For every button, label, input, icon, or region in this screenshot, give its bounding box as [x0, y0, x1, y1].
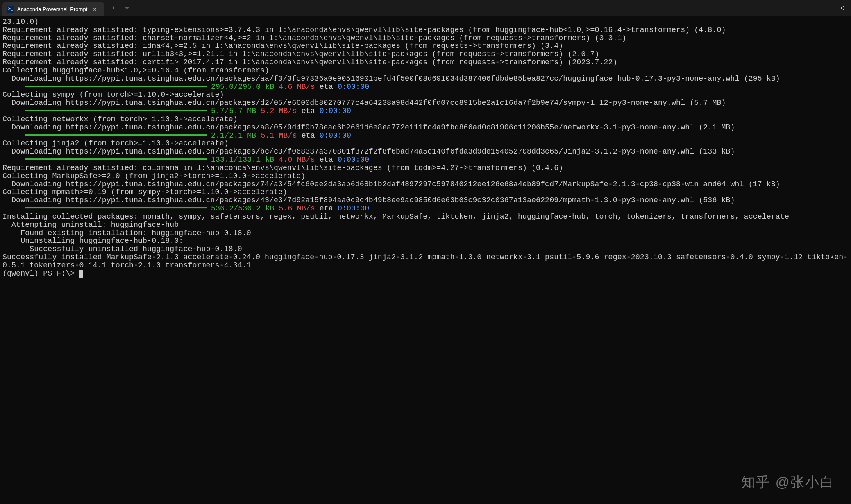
terminal-line: Collecting sympy (from torch>=1.10.0->ac… — [2, 91, 849, 99]
terminal-line: Downloading https://pypi.tuna.tsinghua.e… — [2, 99, 849, 107]
terminal-output[interactable]: 23.10.0)Requirement already satisfied: t… — [0, 16, 851, 280]
progress-eta-label: eta — [315, 156, 338, 164]
tab-dropdown-button[interactable] — [121, 3, 133, 13]
progress-speed: 5.1 MB/s — [256, 131, 297, 140]
terminal-line: Collecting MarkupSafe>=2.0 (from jinja2-… — [2, 172, 849, 181]
terminal-line: Requirement already satisfied: idna<4,>=… — [2, 42, 849, 50]
progress-bar: ━━━━━━━━━━━━━━━━━━━━━━━━━━━━━━━━━━━━━━━━ — [2, 107, 207, 115]
progress-size: 133.1/133.1 kB — [207, 156, 275, 164]
terminal-line: Requirement already satisfied: urllib3<3… — [2, 50, 849, 59]
progress-bar: ━━━━━━━━━━━━━━━━━━━━━━━━━━━━━━━━━━━━━━━━ — [2, 204, 207, 212]
maximize-icon — [821, 6, 825, 10]
new-tab-button[interactable]: + — [108, 3, 119, 13]
progress-speed: 5.2 MB/s — [256, 107, 297, 115]
terminal-line: Requirement already satisfied: typing-ex… — [2, 26, 849, 34]
prompt-text: (qwenvl) PS F:\> — [2, 269, 79, 278]
progress-eta: 0:00:00 — [320, 131, 351, 140]
terminal-line: Requirement already satisfied: colorama … — [2, 164, 849, 172]
chevron-down-icon — [125, 6, 129, 10]
progress-eta: 0:00:00 — [338, 156, 369, 164]
progress-size: 536.2/536.2 kB — [207, 204, 275, 212]
progress-line: ━━━━━━━━━━━━━━━━━━━━━━━━━━━━━━━━━━━━━━━━… — [2, 132, 849, 140]
terminal-line: Requirement already satisfied: certifi>=… — [2, 59, 849, 67]
close-tab-button[interactable]: ✕ — [91, 5, 99, 14]
terminal-line: Downloading https://pypi.tuna.tsinghua.e… — [2, 75, 849, 83]
progress-eta: 0:00:00 — [320, 107, 351, 115]
terminal-line: Collecting networkx (from torch>=1.10.0-… — [2, 115, 849, 124]
tab-title: Anaconda Powershell Prompt — [17, 6, 87, 12]
active-tab[interactable]: >_ Anaconda Powershell Prompt ✕ — [2, 2, 104, 16]
close-icon — [840, 6, 844, 10]
progress-eta-label: eta — [315, 83, 338, 91]
terminal-line: Collecting jinja2 (from torch>=1.10.0->a… — [2, 140, 849, 148]
cursor — [79, 270, 83, 278]
tab-controls: + — [104, 0, 136, 16]
powershell-icon: >_ — [7, 6, 14, 13]
close-window-button[interactable] — [832, 0, 851, 16]
maximize-button[interactable] — [813, 0, 832, 16]
terminal-line: Collecting huggingface-hub<1.0,>=0.16.4 … — [2, 67, 849, 75]
progress-line: ━━━━━━━━━━━━━━━━━━━━━━━━━━━━━━━━━━━━━━━━… — [2, 156, 849, 164]
window-controls — [794, 0, 851, 16]
prompt-line[interactable]: (qwenvl) PS F:\> — [2, 270, 849, 278]
terminal-line: Successfully uninstalled huggingface-hub… — [2, 245, 849, 253]
terminal-line: Attempting uninstall: huggingface-hub — [2, 221, 849, 229]
progress-eta-label: eta — [297, 107, 320, 115]
minimize-button[interactable] — [794, 0, 813, 16]
terminal-line: Downloading https://pypi.tuna.tsinghua.e… — [2, 124, 849, 132]
progress-size: 5.7/5.7 MB — [207, 107, 256, 115]
title-bar: >_ Anaconda Powershell Prompt ✕ + — [0, 0, 851, 16]
terminal-line: Installing collected packages: mpmath, s… — [2, 213, 849, 221]
progress-speed: 4.6 MB/s — [274, 83, 315, 91]
progress-bar: ━━━━━━━━━━━━━━━━━━━━━━━━━━━━━━━━━━━━━━━━ — [2, 131, 207, 140]
progress-speed: 5.6 MB/s — [274, 204, 315, 212]
progress-bar: ━━━━━━━━━━━━━━━━━━━━━━━━━━━━━━━━━━━━━━━━ — [2, 83, 207, 91]
terminal-line: Found existing installation: huggingface… — [2, 229, 849, 237]
terminal-line: Collecting mpmath>=0.19 (from sympy->tor… — [2, 188, 849, 197]
progress-size: 2.1/2.1 MB — [207, 131, 256, 140]
progress-line: ━━━━━━━━━━━━━━━━━━━━━━━━━━━━━━━━━━━━━━━━… — [2, 83, 849, 91]
progress-eta-label: eta — [297, 131, 320, 140]
terminal-line: 23.10.0) — [2, 18, 849, 26]
terminal-line: Successfully installed MarkupSafe-2.1.3 … — [2, 253, 849, 270]
progress-eta-label: eta — [315, 204, 338, 212]
terminal-line: Requirement already satisfied: charset-n… — [2, 34, 849, 43]
progress-eta: 0:00:00 — [338, 204, 369, 212]
progress-speed: 4.0 MB/s — [274, 156, 315, 164]
svg-rect-0 — [821, 6, 825, 10]
progress-bar: ━━━━━━━━━━━━━━━━━━━━━━━━━━━━━━━━━━━━━━━━ — [2, 156, 207, 164]
terminal-line: Downloading https://pypi.tuna.tsinghua.e… — [2, 181, 849, 189]
progress-eta: 0:00:00 — [338, 83, 369, 91]
progress-size: 295.0/295.0 kB — [207, 83, 275, 91]
terminal-line: Downloading https://pypi.tuna.tsinghua.e… — [2, 197, 849, 205]
minimize-icon — [802, 6, 806, 10]
terminal-line: Downloading https://pypi.tuna.tsinghua.e… — [2, 148, 849, 156]
terminal-line: Uninstalling huggingface-hub-0.18.0: — [2, 237, 849, 245]
progress-line: ━━━━━━━━━━━━━━━━━━━━━━━━━━━━━━━━━━━━━━━━… — [2, 107, 849, 115]
progress-line: ━━━━━━━━━━━━━━━━━━━━━━━━━━━━━━━━━━━━━━━━… — [2, 205, 849, 213]
